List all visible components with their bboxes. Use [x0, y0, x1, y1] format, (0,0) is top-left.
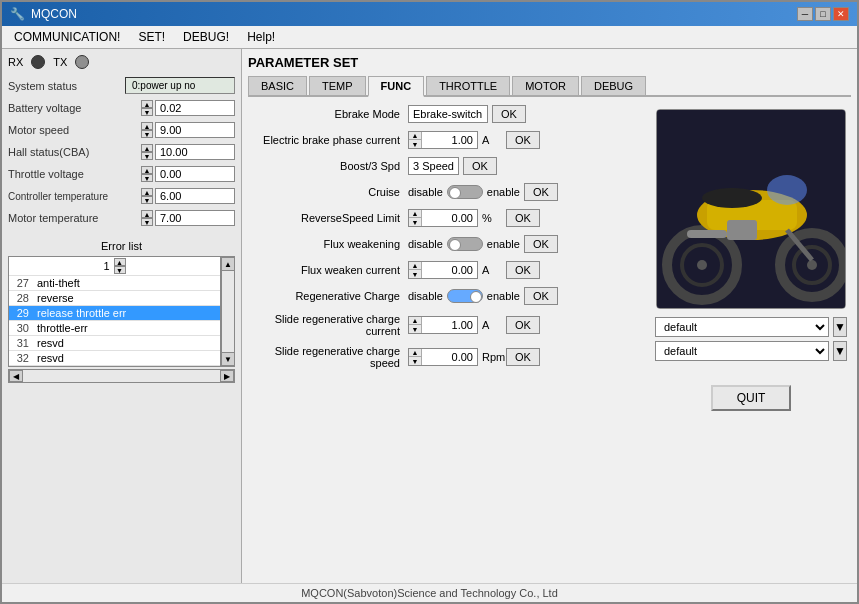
param-spinner-4: ▲▼	[408, 209, 478, 227]
tab-func[interactable]: FUNC	[368, 76, 425, 97]
controller-temp-down[interactable]: ▼	[141, 196, 153, 204]
motor-temp-down[interactable]: ▼	[141, 218, 153, 226]
horizontal-scrollbar[interactable]: ◀ ▶	[8, 369, 235, 383]
param-spin-down-9[interactable]: ▼	[409, 357, 421, 365]
error-scrollbar[interactable]: ▲ ▼	[221, 256, 235, 367]
param-spinner-9: ▲▼	[408, 348, 478, 366]
param-row-6: Flux weaken current▲▼AOK	[248, 261, 643, 279]
param-select-0[interactable]: Ebrake-switchLevelPulse	[408, 105, 488, 123]
error-table-row[interactable]: 30throttle-err	[9, 321, 220, 336]
param-toggle-5[interactable]	[447, 237, 483, 251]
system-status-label: System status	[8, 80, 108, 92]
param-label-1: Electric brake phase current	[248, 134, 408, 146]
param-input-6[interactable]	[422, 262, 477, 278]
param-control-4: ▲▼%OK	[408, 209, 540, 227]
param-ok-btn-4[interactable]: OK	[506, 209, 540, 227]
param-ok-btn-3[interactable]: OK	[524, 183, 558, 201]
image-dropdown-1[interactable]: default	[655, 317, 829, 337]
param-spin-down-1[interactable]: ▼	[409, 140, 421, 148]
rx-label: RX	[8, 56, 23, 68]
param-spin-down-6[interactable]: ▼	[409, 270, 421, 278]
menu-debug[interactable]: DEBUG!	[175, 28, 237, 46]
motor-speed-up[interactable]: ▲	[141, 122, 153, 130]
hall-status-up[interactable]: ▲	[141, 144, 153, 152]
error-row-label: resvd	[33, 336, 220, 351]
menu-set[interactable]: SET!	[130, 28, 173, 46]
error-scroll-top[interactable]: ▲	[221, 257, 235, 271]
param-spinner-6: ▲▼	[408, 261, 478, 279]
param-set-title: PARAMETER SET	[248, 55, 851, 70]
tab-temp[interactable]: TEMP	[309, 76, 366, 95]
error-table-row[interactable]: 32resvd	[9, 351, 220, 366]
throttle-voltage-down[interactable]: ▼	[141, 174, 153, 182]
param-input-9[interactable]	[422, 349, 477, 365]
param-spin-up-8[interactable]: ▲	[409, 317, 421, 325]
maximize-button[interactable]: □	[815, 7, 831, 21]
motor-temp-up[interactable]: ▲	[141, 210, 153, 218]
tab-debug[interactable]: DEBUG	[581, 76, 646, 95]
error-table-row[interactable]: 31resvd	[9, 336, 220, 351]
battery-voltage-down[interactable]: ▼	[141, 108, 153, 116]
hscroll-left[interactable]: ◀	[9, 370, 23, 382]
error-row-num: 32	[9, 351, 33, 366]
dropdown-2-arrow[interactable]: ▼	[833, 341, 847, 361]
param-input-8[interactable]	[422, 317, 477, 333]
error-scroll-bottom[interactable]: ▼	[221, 352, 235, 366]
param-ok-btn-0[interactable]: OK	[492, 105, 526, 123]
battery-voltage-up[interactable]: ▲	[141, 100, 153, 108]
error-table-row[interactable]: 29release throttle err	[9, 306, 220, 321]
param-toggle-post-5: enable	[487, 238, 520, 250]
throttle-voltage-up[interactable]: ▲	[141, 166, 153, 174]
error-table-row[interactable]: 27anti-theft	[9, 276, 220, 291]
controller-temp-up[interactable]: ▲	[141, 188, 153, 196]
toggle-knob-3	[449, 187, 461, 199]
menu-communication[interactable]: COMMUNICATION!	[6, 28, 128, 46]
motor-speed-down[interactable]: ▼	[141, 130, 153, 138]
throttle-voltage-value: 0.00	[155, 166, 235, 182]
param-ok-btn-5[interactable]: OK	[524, 235, 558, 253]
toggle-knob-7	[470, 291, 482, 303]
toggle-knob-5	[449, 239, 461, 251]
param-ok-btn-1[interactable]: OK	[506, 131, 540, 149]
param-select-2[interactable]: 3 Speed2 SpeedBoost	[408, 157, 459, 175]
param-spin-up-4[interactable]: ▲	[409, 210, 421, 218]
param-row-1: Electric brake phase current▲▼AOK	[248, 131, 643, 149]
param-spin-up-6[interactable]: ▲	[409, 262, 421, 270]
param-ok-btn-8[interactable]: OK	[506, 316, 540, 334]
hall-status-down[interactable]: ▼	[141, 152, 153, 160]
error-scroll-down[interactable]: ▼	[114, 266, 126, 274]
svg-rect-13	[727, 220, 757, 240]
tab-throttle[interactable]: THROTTLE	[426, 76, 510, 95]
param-ok-btn-2[interactable]: OK	[463, 157, 497, 175]
error-scroll-up[interactable]: ▲	[114, 258, 126, 266]
dropdown-1-arrow[interactable]: ▼	[833, 317, 847, 337]
close-button[interactable]: ✕	[833, 7, 849, 21]
param-row-0: Ebrake ModeEbrake-switchLevelPulseOK	[248, 105, 643, 123]
minimize-button[interactable]: ─	[797, 7, 813, 21]
hscroll-right[interactable]: ▶	[220, 370, 234, 382]
param-ok-btn-9[interactable]: OK	[506, 348, 540, 366]
tab-basic[interactable]: BASIC	[248, 76, 307, 95]
param-toggle-pre-7: disable	[408, 290, 443, 302]
param-spin-down-8[interactable]: ▼	[409, 325, 421, 333]
controller-temp-value: 6.00	[155, 188, 235, 204]
menu-help[interactable]: Help!	[239, 28, 283, 46]
param-ok-btn-7[interactable]: OK	[524, 287, 558, 305]
image-dropdown-2[interactable]: default	[655, 341, 829, 361]
param-label-7: Regenerative Charge	[248, 290, 408, 302]
param-toggle-7[interactable]	[447, 289, 483, 303]
param-label-8: Slide regenerative charge current	[248, 313, 408, 337]
param-toggle-3[interactable]	[447, 185, 483, 199]
tab-motor[interactable]: MOTOR	[512, 76, 579, 95]
param-input-4[interactable]	[422, 210, 477, 226]
param-input-1[interactable]	[422, 132, 477, 148]
param-ok-btn-6[interactable]: OK	[506, 261, 540, 279]
param-spin-up-9[interactable]: ▲	[409, 349, 421, 357]
param-label-6: Flux weaken current	[248, 264, 408, 276]
param-unit-4: %	[482, 212, 502, 224]
error-table-row[interactable]: 28reverse	[9, 291, 220, 306]
param-spin-up-1[interactable]: ▲	[409, 132, 421, 140]
quit-button[interactable]: QUIT	[711, 385, 792, 411]
param-spin-down-4[interactable]: ▼	[409, 218, 421, 226]
param-label-5: Flux weakening	[248, 238, 408, 250]
